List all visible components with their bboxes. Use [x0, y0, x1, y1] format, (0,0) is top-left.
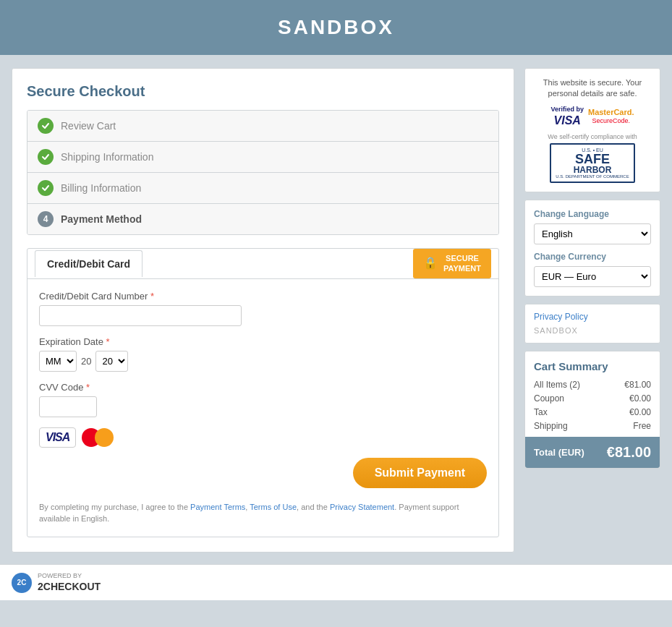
- cvv-label: CVV Code *: [39, 382, 487, 393]
- main-content: Secure Checkout Review Cart Shipping Inf…: [0, 55, 672, 564]
- step-check-icon-2: [38, 149, 54, 165]
- verified-visa-badge: Verified by VISA: [550, 106, 584, 127]
- change-language-label: Change Language: [534, 209, 651, 219]
- step-item-4: 4 Payment Method: [27, 204, 498, 234]
- secure-label-line1: SECURE: [443, 253, 481, 263]
- expiry-group: Expiration Date * MM 01020304 05060708 0…: [39, 336, 487, 372]
- tab-credit-debit-card[interactable]: Credit/Debit Card: [35, 250, 143, 277]
- left-panel: Secure Checkout Review Cart Shipping Inf…: [12, 68, 514, 553]
- step-check-icon-3: [38, 180, 54, 196]
- privacy-policy-link[interactable]: Privacy Policy: [534, 312, 651, 322]
- security-text: This website is secure. Your personal de…: [534, 77, 651, 100]
- steps-list: Review Cart Shipping Information Billing…: [27, 110, 499, 235]
- policy-box: Privacy Policy SANDBOX: [524, 304, 660, 344]
- expiry-month-select[interactable]: MM 01020304 05060708 09101112: [39, 351, 77, 372]
- step-label-4: Payment Method: [61, 213, 142, 225]
- payment-terms-link[interactable]: Payment Terms: [190, 503, 245, 511]
- header-title: SANDBOX: [16, 16, 656, 39]
- cart-shipping-value: Free: [633, 421, 651, 431]
- cart-shipping-label: Shipping: [534, 421, 568, 431]
- tab-bar: Credit/Debit Card 🔒 SECURE PAYMENT: [27, 249, 498, 279]
- cart-coupon-label: Coupon: [534, 393, 564, 404]
- cart-row-items: All Items (2) €81.00: [534, 380, 651, 390]
- mastercard-logo: [82, 427, 114, 448]
- brand-name: 2CHECKOUT: [38, 580, 101, 593]
- form-body: Credit/Debit Card Number * Expiration Da…: [27, 279, 498, 537]
- expiry-row: MM 01020304 05060708 09101112 20 1415161…: [39, 351, 487, 372]
- cvv-group: CVV Code *: [39, 382, 487, 417]
- cart-row-tax: Tax €0.00: [534, 407, 651, 417]
- cart-summary-box: Cart Summary All Items (2) €81.00 Coupon…: [524, 351, 660, 469]
- card-number-required: *: [150, 291, 154, 302]
- cvv-input[interactable]: [39, 396, 97, 417]
- privacy-statement-link[interactable]: Privacy Statement: [330, 503, 394, 511]
- page-wrapper: SANDBOX Secure Checkout Review Cart Ship…: [0, 0, 672, 627]
- cart-tax-label: Tax: [534, 407, 548, 417]
- card-number-group: Credit/Debit Card Number *: [39, 291, 487, 326]
- step-label-1: Review Cart: [61, 120, 116, 132]
- total-label: Total (EUR): [534, 447, 584, 458]
- card-logos: VISA: [39, 427, 487, 448]
- cart-items-value: €81.00: [624, 380, 651, 390]
- terms-of-use-link[interactable]: Terms of Use: [250, 503, 297, 511]
- card-number-label: Credit/Debit Card Number *: [39, 291, 487, 302]
- we-certify-text: We self-certify compliance with: [534, 133, 651, 140]
- twocheckout-logo: 2C: [12, 573, 32, 593]
- mc-circle-right: [95, 428, 114, 447]
- terms-text: By completing my purchase, I agree to th…: [39, 501, 487, 525]
- right-panel: This website is secure. Your personal de…: [524, 68, 660, 469]
- cart-row-shipping: Shipping Free: [534, 421, 651, 431]
- language-select[interactable]: English French German Spanish Italian: [534, 223, 651, 244]
- step-item-3: Billing Information: [27, 173, 498, 204]
- card-logos-submit-row: VISA Submit Payment: [39, 427, 487, 495]
- cart-tax-value: €0.00: [629, 407, 651, 417]
- expiry-year-select[interactable]: 14151617 18192021 22232425: [95, 351, 128, 372]
- secure-payment-badge: 🔒 SECURE PAYMENT: [413, 249, 491, 278]
- currency-select[interactable]: EUR — Euro USD — US Dollar GBP — British…: [534, 266, 651, 287]
- total-amount: €81.00: [607, 444, 651, 461]
- sandbox-label: SANDBOX: [534, 326, 578, 335]
- footer-text: POWERED BY 2CHECKOUT: [38, 572, 101, 594]
- step-check-icon-1: [38, 118, 54, 134]
- footer-bar: 2C POWERED BY 2CHECKOUT: [0, 564, 672, 601]
- cart-total-row: Total (EUR) €81.00: [525, 437, 660, 468]
- lock-icon: 🔒: [423, 256, 438, 271]
- secure-label-line2: PAYMENT: [443, 263, 481, 273]
- step-item-1: Review Cart: [27, 111, 498, 142]
- step-label-2: Shipping Information: [61, 151, 153, 163]
- language-currency-box: Change Language English French German Sp…: [524, 200, 660, 297]
- trust-badges: Verified by VISA MasterCard. SecureCode.: [534, 106, 651, 127]
- submit-payment-button[interactable]: Submit Payment: [353, 458, 487, 488]
- payment-section: Credit/Debit Card 🔒 SECURE PAYMENT Credi…: [27, 248, 499, 537]
- step-number-icon-4: 4: [38, 211, 54, 227]
- visa-logo: VISA: [39, 427, 76, 448]
- expiry-label: Expiration Date *: [39, 336, 487, 347]
- page-title: Secure Checkout: [27, 83, 499, 100]
- cart-row-coupon: Coupon €0.00: [534, 393, 651, 404]
- step-item-2: Shipping Information: [27, 142, 498, 173]
- header-bar: SANDBOX: [0, 0, 672, 55]
- card-number-input[interactable]: [39, 305, 242, 326]
- cart-summary-title: Cart Summary: [534, 360, 651, 372]
- change-currency-label: Change Currency: [534, 252, 651, 262]
- powered-by-text: POWERED BY: [38, 572, 101, 581]
- step-label-3: Billing Information: [61, 182, 141, 194]
- safeharbor-badge: U.S. • EU SAFE HARBOR U.S. DEPARTMENT OF…: [550, 143, 634, 183]
- security-box: This website is secure. Your personal de…: [524, 68, 660, 192]
- cart-items-label: All Items (2): [534, 380, 580, 390]
- expiry-year-prefix: 20: [81, 356, 91, 367]
- cart-coupon-value: €0.00: [629, 393, 651, 404]
- mastercard-secure-badge: MasterCard. SecureCode.: [588, 108, 634, 125]
